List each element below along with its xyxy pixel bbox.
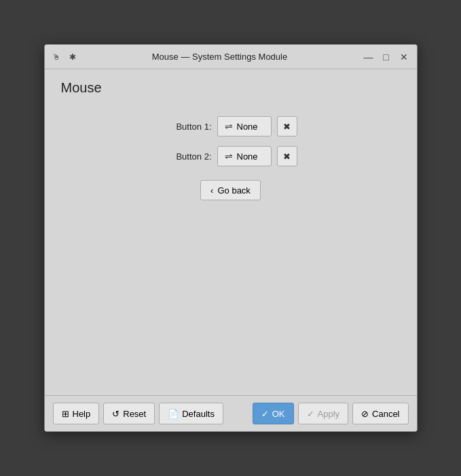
button2-label: Button 2:	[164, 151, 212, 162]
cancel-button[interactable]: ⊘ Cancel	[352, 403, 408, 424]
go-back-button[interactable]: ‹ Go back	[200, 180, 261, 200]
mouse-icon: 🖱	[50, 51, 62, 63]
footer: ⊞ Help ↺ Reset 📄 Defaults ✓ OK ✓ Apply ⊘…	[45, 395, 417, 431]
apply-button[interactable]: ✓ Apply	[298, 403, 349, 424]
titlebar: 🖱 ✱ Mouse — System Settings Module — □ ✕	[45, 45, 417, 69]
main-window: 🖱 ✱ Mouse — System Settings Module — □ ✕…	[44, 44, 418, 432]
button1-clear-icon: ✖	[283, 122, 291, 132]
button2-clear-button[interactable]: ✖	[277, 146, 297, 166]
ok-label: OK	[272, 409, 285, 419]
button2-combo[interactable]: ⇌ None	[217, 146, 272, 166]
sliders-icon: ⇌	[225, 121, 233, 132]
page-title: Mouse	[61, 80, 401, 96]
help-icon: ⊞	[62, 409, 69, 419]
minimize-button[interactable]: —	[361, 50, 376, 65]
reset-button[interactable]: ↺ Reset	[103, 403, 155, 424]
cancel-label: Cancel	[372, 409, 399, 419]
defaults-label: Defaults	[182, 409, 215, 419]
titlebar-controls: — □ ✕	[361, 50, 411, 65]
button1-row: Button 1: ⇌ None ✖	[164, 116, 297, 136]
button1-label: Button 1:	[164, 122, 212, 132]
pin-icon: ✱	[67, 51, 79, 63]
reset-label: Reset	[123, 409, 146, 419]
help-label: Help	[73, 409, 91, 419]
button2-value: None	[237, 151, 258, 162]
chevron-left-icon: ‹	[210, 185, 213, 196]
content-area: Mouse Button 1: ⇌ None ✖ Button 2: ⇌ Non…	[45, 69, 417, 395]
reset-icon: ↺	[112, 409, 119, 419]
go-back-label: Go back	[217, 185, 250, 196]
window-title: Mouse — System Settings Module	[79, 52, 361, 62]
ok-button[interactable]: ✓ OK	[253, 403, 294, 424]
button2-clear-icon: ✖	[283, 151, 291, 162]
defaults-icon: 📄	[168, 409, 179, 419]
ok-icon: ✓	[261, 409, 269, 419]
cancel-icon: ⊘	[361, 409, 369, 419]
button2-row: Button 2: ⇌ None ✖	[164, 146, 297, 166]
defaults-button[interactable]: 📄 Defaults	[159, 403, 223, 424]
sliders-icon2: ⇌	[225, 151, 233, 162]
apply-icon: ✓	[307, 409, 314, 419]
apply-label: Apply	[318, 409, 340, 419]
close-button[interactable]: ✕	[397, 50, 411, 65]
button1-combo[interactable]: ⇌ None	[217, 116, 272, 136]
form-area: Button 1: ⇌ None ✖ Button 2: ⇌ None ✖	[61, 116, 401, 200]
button1-clear-button[interactable]: ✖	[277, 116, 297, 136]
help-button[interactable]: ⊞ Help	[53, 403, 100, 424]
button1-value: None	[237, 122, 258, 132]
maximize-button[interactable]: □	[379, 50, 394, 65]
titlebar-left-icons: 🖱 ✱	[50, 51, 79, 63]
